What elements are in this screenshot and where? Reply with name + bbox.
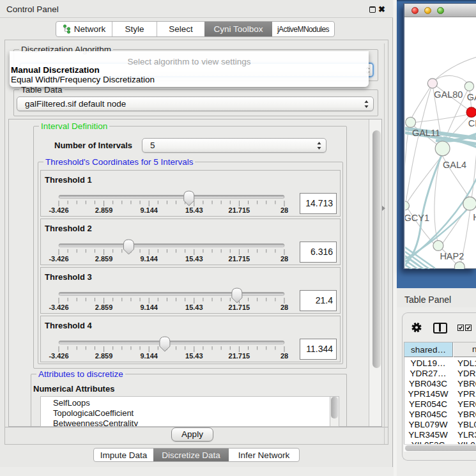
svg-text:2.859: 2.859 bbox=[95, 352, 113, 360]
svg-text:28: 28 bbox=[280, 303, 288, 311]
svg-text:9.144: 9.144 bbox=[140, 352, 158, 360]
svg-text:21.715: 21.715 bbox=[229, 206, 250, 214]
svg-text:HI: HI bbox=[473, 212, 476, 222]
svg-text:28: 28 bbox=[280, 255, 288, 263]
svg-text:GA: GA bbox=[467, 92, 476, 102]
svg-text:2.859: 2.859 bbox=[95, 206, 113, 214]
svg-text:2.859: 2.859 bbox=[95, 255, 113, 263]
svg-text:21.715: 21.715 bbox=[229, 352, 250, 360]
svg-text:9.144: 9.144 bbox=[140, 206, 158, 214]
svg-text:Threshold 4: Threshold 4 bbox=[45, 321, 92, 330]
svg-text:GAL4: GAL4 bbox=[443, 160, 466, 170]
svg-text:21.715: 21.715 bbox=[229, 255, 250, 263]
svg-text:GAL80: GAL80 bbox=[434, 89, 463, 100]
svg-text:-3.426: -3.426 bbox=[49, 206, 68, 214]
svg-text:Threshold 2: Threshold 2 bbox=[45, 224, 92, 233]
svg-text:-3.426: -3.426 bbox=[49, 255, 68, 263]
svg-text:Threshold 3: Threshold 3 bbox=[45, 272, 92, 282]
svg-text:9.144: 9.144 bbox=[140, 255, 158, 263]
svg-text:-3.426: -3.426 bbox=[49, 303, 68, 311]
svg-text:CD: CD bbox=[468, 118, 476, 128]
svg-text:HAP2: HAP2 bbox=[440, 251, 464, 261]
svg-text:21.715: 21.715 bbox=[229, 303, 250, 311]
svg-text:9.144: 9.144 bbox=[140, 303, 158, 311]
svg-text:15.43: 15.43 bbox=[185, 352, 203, 360]
svg-text:GCY1: GCY1 bbox=[405, 213, 429, 223]
svg-text:15.43: 15.43 bbox=[185, 303, 203, 311]
svg-text:-3.426: -3.426 bbox=[49, 352, 68, 360]
svg-text:2.859: 2.859 bbox=[95, 303, 113, 311]
svg-text:15.43: 15.43 bbox=[185, 206, 203, 214]
svg-text:Threshold 1: Threshold 1 bbox=[45, 175, 92, 185]
svg-text:28: 28 bbox=[280, 206, 288, 214]
svg-text:15.43: 15.43 bbox=[185, 255, 203, 263]
svg-text:GAL11: GAL11 bbox=[412, 128, 440, 138]
svg-text:28: 28 bbox=[280, 352, 288, 360]
